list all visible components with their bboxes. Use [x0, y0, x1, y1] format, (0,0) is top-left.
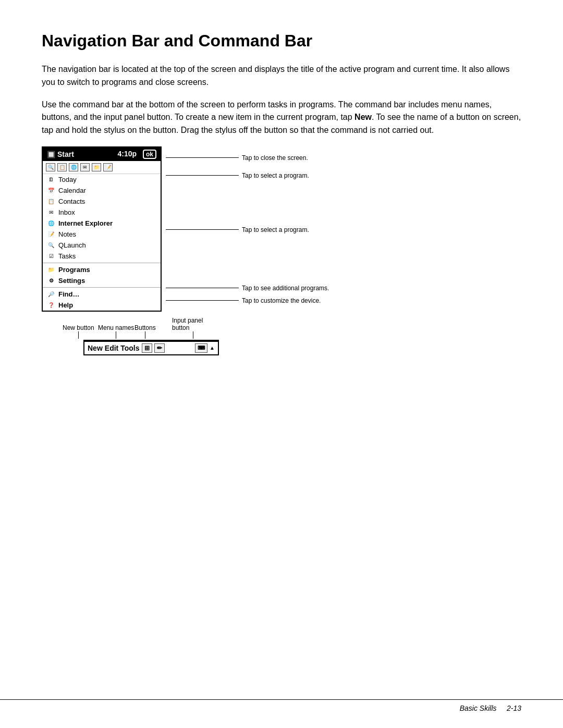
cmd-edit-label[interactable]: Edit	[105, 344, 118, 352]
command-bar: New Edit Tools ⊞ ✏ ⌨ ▲	[84, 341, 218, 354]
page-title: Navigation Bar and Command Bar	[42, 31, 521, 51]
cmd-icon-btn-2[interactable]: ✏	[154, 343, 165, 353]
spacer1	[166, 182, 308, 224]
quick-icons-row: 🔍 📋 🌐 ✉ 📁 📝	[43, 161, 161, 174]
diagram-wrapper: 🔲 Start 4:10p ok 🔍 📋 🌐 ✉ 📁 📝	[42, 146, 521, 355]
footer-text: Basic Skills 2-13	[460, 704, 521, 712]
menu-item-calendar[interactable]: 📅 Calendar	[43, 185, 161, 196]
programs-label: Programs	[58, 266, 90, 274]
menu-list: 🗓 Today 📅 Calendar 📋 Contacts ✉ Inbox 🌐	[43, 174, 161, 311]
menu-item-notes[interactable]: 📝 Notes	[43, 229, 161, 240]
today-label: Today	[58, 176, 77, 183]
menu-item-qlaunch[interactable]: 🔍 QLaunch	[43, 240, 161, 251]
menu-item-programs[interactable]: 📁 Programs	[43, 264, 161, 275]
annotation-settings-text: Tap to customize the device.	[242, 297, 321, 304]
inbox-label: Inbox	[58, 208, 75, 216]
start-icon: 🔲	[47, 151, 55, 158]
notes-icon: 📝	[47, 230, 55, 238]
new-button-text: New button	[63, 324, 94, 331]
menu-item-settings[interactable]: ⚙ Settings	[43, 275, 161, 286]
new-button-tick	[78, 331, 79, 339]
page-footer: Basic Skills 2-13	[0, 699, 563, 712]
menu-names-tick	[116, 331, 116, 339]
cmd-tools-label[interactable]: Tools	[120, 344, 139, 352]
menu-item-find[interactable]: 🔎 Find…	[43, 289, 161, 300]
annotation-programs-text: Tap to see additional programs.	[242, 285, 329, 292]
help-label: Help	[58, 301, 73, 309]
annotation-line-2	[166, 175, 239, 176]
menu-item-tasks[interactable]: ☑ Tasks	[43, 251, 161, 262]
menu-item-help[interactable]: ❓ Help	[43, 300, 161, 311]
annotation-close: Tap to close the screen.	[166, 152, 308, 164]
label-new-button: New button	[63, 324, 94, 339]
find-label: Find…	[58, 290, 79, 298]
paragraph-1: The navigation bar is located at the top…	[42, 63, 521, 89]
labels-row: New button Menu names Buttons Input pane…	[63, 316, 214, 339]
footer-left: Basic Skills	[460, 704, 497, 712]
annotation-select2: Tap to select a program.	[166, 224, 308, 236]
quick-icon-6[interactable]: 📝	[103, 163, 113, 171]
device-screen: 🔲 Start 4:10p ok 🔍 📋 🌐 ✉ 📁 📝	[42, 146, 162, 312]
annotation-programs: Tap to see additional programs.	[166, 282, 308, 294]
buttons-tick	[145, 331, 145, 339]
inbox-icon: ✉	[47, 208, 55, 216]
help-icon: ❓	[47, 301, 55, 309]
buttons-text: Buttons	[134, 324, 156, 331]
nav-bar: 🔲 Start 4:10p ok	[43, 147, 161, 161]
contacts-icon: 📋	[47, 198, 55, 205]
quick-icon-1[interactable]: 🔍	[46, 163, 55, 171]
command-bar-diagram: New Edit Tools ⊞ ✏ ⌨ ▲	[83, 340, 219, 355]
cmd-arrow-btn[interactable]: ▲	[210, 345, 215, 351]
paragraph-2-bold: New	[354, 113, 372, 121]
today-icon: 🗓	[47, 176, 55, 183]
tasks-label: Tasks	[58, 252, 76, 260]
ie-icon: 🌐	[47, 219, 55, 227]
nav-bar-time-ok: 4:10p ok	[118, 150, 156, 159]
spacer2	[166, 236, 308, 282]
quick-icon-2[interactable]: 📋	[57, 163, 67, 171]
settings-icon: ⚙	[47, 277, 55, 284]
annotation-select1: Tap to select a program.	[166, 169, 308, 182]
cmd-new-label[interactable]: New	[88, 344, 103, 352]
annotation-select1-text: Tap to select a program.	[242, 172, 309, 179]
programs-icon: 📁	[47, 266, 55, 273]
input-panel-text: Input panel button	[172, 317, 214, 331]
menu-item-today[interactable]: 🗓 Today	[43, 174, 161, 185]
annotation-line-5	[166, 300, 239, 301]
menu-item-inbox[interactable]: ✉ Inbox	[43, 207, 161, 218]
annotation-select2-text: Tap to select a program.	[242, 226, 309, 233]
ok-button[interactable]: ok	[143, 150, 156, 159]
calendar-icon: 📅	[47, 187, 55, 194]
contacts-label: Contacts	[58, 198, 85, 205]
footer-right: 2-13	[507, 704, 521, 712]
ie-label: Internet Explorer	[58, 219, 113, 227]
menu-item-contacts[interactable]: 📋 Contacts	[43, 196, 161, 207]
screen-and-lines: 🔲 Start 4:10p ok 🔍 📋 🌐 ✉ 📁 📝	[42, 146, 521, 312]
annotation-line-3	[166, 229, 239, 230]
menu-item-ie[interactable]: 🌐 Internet Explorer	[43, 218, 161, 229]
tasks-icon: ☑	[47, 252, 55, 260]
quick-icon-5[interactable]: 📁	[92, 163, 101, 171]
divider-2	[43, 287, 161, 288]
annotation-settings: Tap to customize the device.	[166, 294, 308, 307]
annotation-line-1	[166, 157, 239, 158]
label-menu-names: Menu names	[98, 324, 134, 339]
input-panel-tick	[193, 331, 193, 339]
quick-icon-4[interactable]: ✉	[80, 163, 90, 171]
start-label: 🔲 Start	[47, 150, 74, 158]
annotation-lines: Tap to close the screen. Tap to select a…	[162, 146, 308, 307]
quick-icon-3[interactable]: 🌐	[69, 163, 78, 171]
label-input-panel: Input panel button	[172, 317, 214, 339]
paragraph-2: Use the command bar at the bottom of the…	[42, 98, 521, 137]
menu-names-text: Menu names	[98, 324, 134, 331]
cmd-icon-btn-1[interactable]: ⊞	[142, 343, 152, 353]
annotation-close-text: Tap to close the screen.	[242, 154, 308, 162]
cmd-input-panel-btn[interactable]: ⌨	[195, 343, 207, 353]
calendar-label: Calendar	[58, 187, 86, 194]
settings-label: Settings	[58, 277, 85, 285]
qlaunch-label: QLaunch	[58, 241, 86, 249]
divider-1	[43, 263, 161, 263]
qlaunch-icon: 🔍	[47, 241, 55, 249]
annotation-line-4	[166, 288, 239, 288]
bottom-section: New button Menu names Buttons Input pane…	[63, 316, 521, 355]
